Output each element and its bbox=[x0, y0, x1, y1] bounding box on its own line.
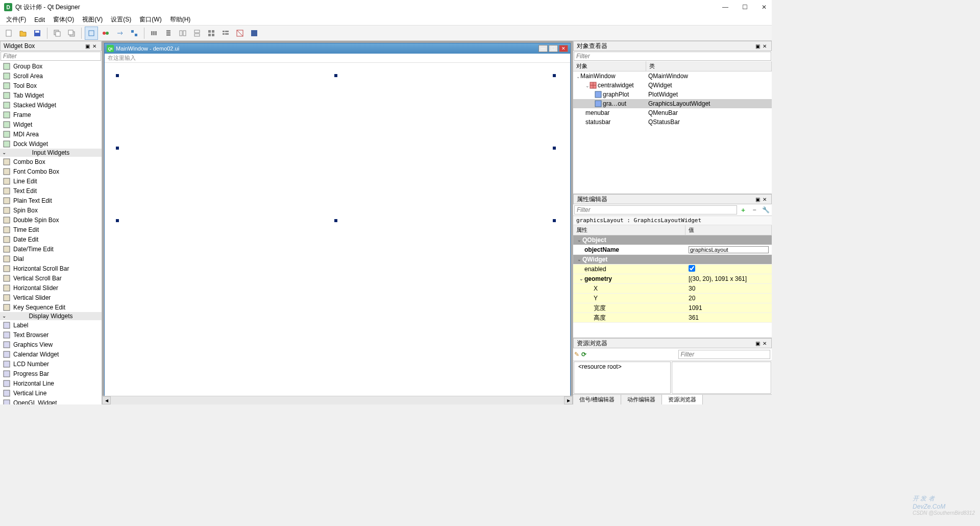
reload-resource-button[interactable]: ⟳ bbox=[581, 351, 586, 358]
widget-item[interactable]: Label bbox=[0, 320, 102, 330]
selection-handle[interactable] bbox=[116, 147, 119, 150]
form-close-button[interactable]: ✕ bbox=[559, 45, 568, 52]
edit-widgets-button[interactable] bbox=[85, 27, 98, 40]
widget-item[interactable]: Vertical Scroll Bar bbox=[0, 273, 102, 283]
widget-item[interactable]: Spin Box bbox=[0, 205, 102, 215]
edit-resource-button[interactable]: ✎ bbox=[574, 351, 579, 358]
menu-edit[interactable]: Edit bbox=[30, 15, 49, 25]
col-class[interactable]: 类 bbox=[646, 61, 772, 71]
menu-window[interactable]: 窗口(W) bbox=[135, 14, 165, 25]
widget-item[interactable]: Tab Widget bbox=[0, 90, 102, 100]
scroll-right-button[interactable]: ▶ bbox=[564, 396, 573, 404]
widget-item[interactable]: Calendar Widget bbox=[0, 349, 102, 359]
remove-property-button[interactable]: − bbox=[749, 205, 760, 214]
prop-width-value[interactable]: 1091 bbox=[685, 304, 772, 312]
widget-item[interactable]: Dock Widget bbox=[0, 139, 102, 149]
tree-row[interactable]: ⌄centralwidgetQWidget bbox=[573, 81, 772, 90]
send-back-button[interactable] bbox=[51, 27, 64, 40]
widget-item[interactable]: Key Sequence Edit bbox=[0, 302, 102, 312]
widget-item[interactable]: Frame bbox=[0, 110, 102, 119]
selection-handle[interactable] bbox=[553, 219, 556, 222]
widget-item[interactable]: Horizontal Scroll Bar bbox=[0, 264, 102, 273]
bring-front-button[interactable] bbox=[65, 27, 78, 40]
menu-view[interactable]: 视图(V) bbox=[78, 14, 107, 25]
widget-item[interactable]: Combo Box bbox=[0, 157, 102, 166]
close-panel-icon[interactable]: ✕ bbox=[761, 196, 768, 203]
widget-item[interactable]: Font Combo Box bbox=[0, 166, 102, 176]
widget-item[interactable]: Time Edit bbox=[0, 225, 102, 234]
minimize-button[interactable]: — bbox=[722, 4, 729, 11]
scroll-left-button[interactable]: ◀ bbox=[102, 396, 111, 404]
prop-y-value[interactable]: 20 bbox=[685, 294, 772, 302]
tree-row[interactable]: gra…outGraphicsLayoutWidget bbox=[573, 99, 772, 108]
widget-item[interactable]: Line Edit bbox=[0, 176, 102, 186]
widget-item[interactable]: Date/Time Edit bbox=[0, 244, 102, 254]
new-file-button[interactable] bbox=[2, 27, 15, 40]
selection-handle[interactable] bbox=[553, 147, 556, 150]
configure-icon[interactable]: 🔧 bbox=[761, 205, 771, 214]
menu-placeholder[interactable]: 在这里输入 bbox=[105, 54, 570, 63]
tab-signals[interactable]: 信号/槽编辑器 bbox=[573, 395, 621, 404]
widget-item[interactable]: Stacked Widget bbox=[0, 100, 102, 110]
form-minimize-button[interactable]: — bbox=[538, 45, 548, 52]
adjust-size-button[interactable] bbox=[248, 27, 261, 40]
layout-hsplit-button[interactable] bbox=[176, 27, 189, 40]
widget-list[interactable]: Group BoxScroll AreaTool BoxTab WidgetSt… bbox=[0, 61, 102, 404]
property-filter[interactable] bbox=[574, 205, 737, 214]
edit-tab-order-button[interactable] bbox=[128, 27, 141, 40]
resource-filter[interactable] bbox=[678, 350, 771, 359]
selection-handle[interactable] bbox=[116, 74, 119, 77]
col-value[interactable]: 值 bbox=[685, 225, 772, 235]
col-property[interactable]: 属性 bbox=[573, 225, 685, 235]
widget-category[interactable]: ⌄Input Widgets bbox=[0, 149, 102, 157]
close-panel-icon[interactable]: ✕ bbox=[91, 42, 98, 50]
prop-enabled-checkbox[interactable] bbox=[689, 265, 695, 272]
widget-item[interactable]: OpenGL Widget bbox=[0, 398, 102, 404]
widget-category[interactable]: ⌄Display Widgets bbox=[0, 312, 102, 320]
prop-x-value[interactable]: 30 bbox=[685, 284, 772, 293]
layout-vsplit-button[interactable] bbox=[190, 27, 204, 40]
widget-item[interactable]: Plain Text Edit bbox=[0, 196, 102, 205]
tree-row[interactable]: statusbarQStatusBar bbox=[573, 117, 772, 127]
widget-item[interactable]: Vertical Line bbox=[0, 388, 102, 398]
edit-signals-button[interactable] bbox=[99, 27, 112, 40]
widget-item[interactable]: Progress Bar bbox=[0, 369, 102, 378]
float-icon[interactable]: ▣ bbox=[754, 42, 761, 50]
widget-item[interactable]: Widget bbox=[0, 119, 102, 129]
layout-horizontal-button[interactable] bbox=[148, 27, 161, 40]
property-table[interactable]: ⌄QObject objectName ⌄QWidget enabled ⌄ge… bbox=[573, 235, 772, 338]
menu-file[interactable]: 文件(F) bbox=[2, 14, 30, 25]
close-button[interactable]: ✕ bbox=[761, 4, 768, 11]
form-titlebar[interactable]: Qt MainWindow - demo02.ui — ☐ ✕ bbox=[105, 43, 570, 54]
float-icon[interactable]: ▣ bbox=[754, 340, 761, 347]
widget-item[interactable]: Text Edit bbox=[0, 186, 102, 196]
menu-form[interactable]: 窗体(O) bbox=[49, 14, 78, 25]
maximize-button[interactable]: ☐ bbox=[741, 4, 748, 11]
widget-box-filter[interactable] bbox=[1, 52, 101, 61]
resource-tree[interactable]: <resource root> bbox=[574, 362, 671, 394]
open-file-button[interactable] bbox=[16, 27, 30, 40]
widget-item[interactable]: Graphics View bbox=[0, 340, 102, 349]
add-property-button[interactable]: ＋ bbox=[738, 205, 748, 214]
col-object[interactable]: 对象 bbox=[573, 61, 646, 71]
tree-row[interactable]: ⌄MainWindowQMainWindow bbox=[573, 71, 772, 81]
break-layout-button[interactable] bbox=[233, 27, 247, 40]
tree-row[interactable]: graphPlotPlotWidget bbox=[573, 90, 772, 99]
menu-settings[interactable]: 设置(S) bbox=[107, 14, 135, 25]
widget-item[interactable]: Date Edit bbox=[0, 234, 102, 244]
widget-item[interactable]: LCD Number bbox=[0, 359, 102, 369]
prop-objectname-input[interactable] bbox=[689, 246, 769, 253]
float-icon[interactable]: ▣ bbox=[84, 42, 91, 50]
form-maximize-button[interactable]: ☐ bbox=[549, 45, 558, 52]
object-tree[interactable]: ⌄MainWindowQMainWindow⌄centralwidgetQWid… bbox=[573, 71, 772, 194]
tab-actions[interactable]: 动作编辑器 bbox=[621, 395, 662, 404]
design-surface[interactable] bbox=[105, 63, 570, 396]
widget-item[interactable]: Dial bbox=[0, 254, 102, 264]
widget-item[interactable]: Double Spin Box bbox=[0, 215, 102, 225]
widget-item[interactable]: Scroll Area bbox=[0, 71, 102, 81]
layout-vertical-button[interactable] bbox=[162, 27, 175, 40]
layout-form-button[interactable] bbox=[219, 27, 232, 40]
widget-item[interactable]: Vertical Slider bbox=[0, 293, 102, 302]
close-panel-icon[interactable]: ✕ bbox=[761, 340, 768, 347]
selection-handle[interactable] bbox=[553, 74, 556, 77]
